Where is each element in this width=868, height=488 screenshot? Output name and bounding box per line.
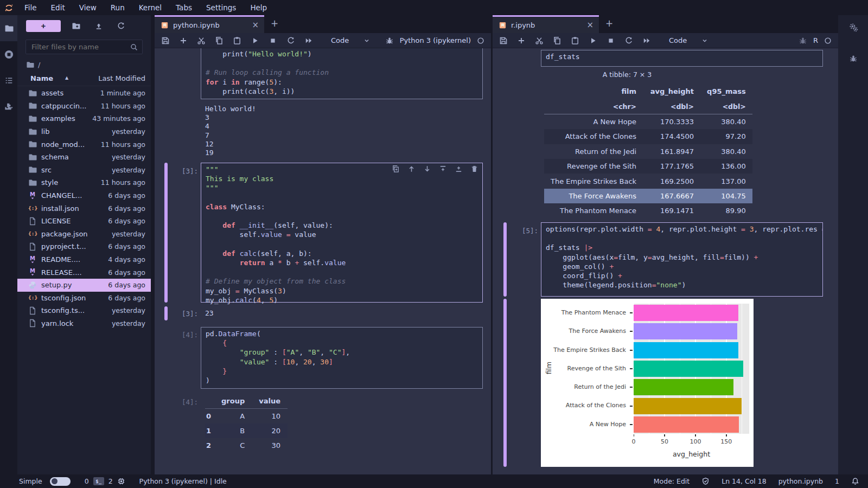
file-row-changel-[interactable]: MCHANGEL...6 days ago <box>17 189 151 202</box>
notification-count[interactable]: 1 <box>835 477 839 485</box>
trust-shield-icon[interactable] <box>701 477 710 485</box>
cut-cells-button-icon[interactable] <box>197 36 206 45</box>
code-cell[interactable]: pd.DataFrame( { "group" : ["A", "B", "C"… <box>201 327 483 389</box>
insert-cell-below-icon[interactable] <box>455 165 463 173</box>
cell-type-dropdown[interactable]: Code <box>669 36 709 44</box>
debugger-icon[interactable] <box>849 54 858 63</box>
kernel-count[interactable]: 2 <box>108 477 113 485</box>
new-launcher-button[interactable]: + <box>26 20 61 32</box>
menu-tabs[interactable]: Tabs <box>169 0 199 15</box>
save-button-icon[interactable] <box>161 36 170 45</box>
breadcrumb[interactable]: / <box>26 61 40 69</box>
interrupt-kernel-button-icon[interactable] <box>269 36 277 45</box>
running-kernels-icon[interactable] <box>0 41 17 67</box>
file-row-catppuccin-[interactable]: catppuccin...11 hours ago <box>17 100 151 113</box>
bell-icon[interactable] <box>851 477 859 485</box>
kernel-status-icon[interactable] <box>824 37 832 44</box>
column-name[interactable]: Name <box>30 74 53 82</box>
file-row-node-mod-[interactable]: node_mod...11 hours ago <box>17 138 151 151</box>
file-row-setup-py[interactable]: setup.py6 days ago <box>17 279 151 292</box>
file-row-tsconfig-ts-[interactable]: tsconfig.ts...yesterday <box>17 304 151 317</box>
run-all-button-icon[interactable] <box>642 36 651 45</box>
move-cell-up-icon[interactable] <box>407 165 416 173</box>
property-inspector-icon[interactable] <box>849 23 858 32</box>
terminal-icon[interactable]: $_ <box>93 477 104 485</box>
interrupt-kernel-button-icon[interactable] <box>607 36 615 45</box>
file-row-license[interactable]: LICENSE6 days ago <box>17 215 151 228</box>
debugger-bug-icon[interactable] <box>799 36 807 45</box>
kernel-name[interactable]: Python 3 (ipykernel) <box>400 36 471 44</box>
close-tab-icon[interactable]: × <box>247 20 259 30</box>
debugger-bug-icon[interactable] <box>385 36 394 45</box>
cut-cells-button-icon[interactable] <box>535 36 544 45</box>
file-row-install-json[interactable]: {:}install.json6 days ago <box>17 202 151 215</box>
table-of-contents-icon[interactable] <box>0 67 17 93</box>
file-row-lib[interactable]: libyesterday <box>17 125 151 138</box>
search-icon[interactable] <box>130 43 138 52</box>
delete-cell-icon[interactable] <box>470 165 478 173</box>
kernel-status-icon[interactable] <box>477 37 484 44</box>
add-cell-button-icon[interactable] <box>179 36 188 45</box>
terminal-count[interactable]: 0 <box>85 477 89 485</box>
app-logo-icon[interactable] <box>0 3 17 12</box>
file-row-src[interactable]: srcyesterday <box>17 164 151 177</box>
sort-ascending-icon[interactable]: ▲ <box>65 75 68 80</box>
run-cell-button-icon[interactable] <box>251 36 259 45</box>
add-cell-button-icon[interactable] <box>517 36 526 45</box>
file-row-examples[interactable]: examples43 minutes ago <box>17 112 151 125</box>
run-all-button-icon[interactable] <box>304 36 313 45</box>
copy-cells-button-icon[interactable] <box>553 36 561 45</box>
column-last-modified[interactable]: Last Modified <box>98 74 145 82</box>
insert-cell-above-icon[interactable] <box>439 165 447 173</box>
run-cell-button-icon[interactable] <box>589 36 597 45</box>
code-cell[interactable]: df_stats <box>541 50 823 67</box>
copy-cells-button-icon[interactable] <box>215 36 224 45</box>
file-row-style[interactable]: style11 hours ago <box>17 176 151 189</box>
file-row-pyproject-t-[interactable]: pyproject.t...6 days ago <box>17 240 151 253</box>
file-row-assets[interactable]: assets1 minute ago <box>17 87 151 100</box>
cursor-position[interactable]: Ln 14, Col 18 <box>722 477 766 485</box>
file-row-schema[interactable]: schemayesterday <box>17 151 151 164</box>
menu-kernel[interactable]: Kernel <box>132 0 169 15</box>
menu-view[interactable]: View <box>72 0 104 15</box>
file-row-yarn-lock[interactable]: yarn.lockyesterday <box>17 317 151 330</box>
new-folder-icon[interactable] <box>72 22 80 30</box>
file-browser-icon[interactable] <box>0 15 17 41</box>
new-tab-button[interactable]: + <box>264 15 285 33</box>
filter-files-input[interactable] <box>26 40 142 54</box>
kernel-chip-icon[interactable] <box>117 477 125 485</box>
active-file[interactable]: python.ipynb <box>778 477 823 485</box>
kernel-name[interactable]: R <box>813 36 818 44</box>
cell-type-dropdown[interactable]: Code <box>331 36 371 44</box>
restart-kernel-button-icon[interactable] <box>286 36 295 45</box>
file-row-package-json[interactable]: {:}package.jsonyesterday <box>17 228 151 241</box>
file-row-release-[interactable]: MRELEASE....6 days ago <box>17 266 151 279</box>
refresh-icon[interactable] <box>117 22 125 30</box>
cell-collapser[interactable] <box>164 163 168 303</box>
code-cell[interactable]: print("Hello world!") # Run loop calling… <box>201 48 483 99</box>
move-cell-down-icon[interactable] <box>423 165 431 173</box>
output-collapser[interactable] <box>503 299 507 467</box>
menu-settings[interactable]: Settings <box>199 0 243 15</box>
code-cell-selected[interactable]: """ This is my class """ class MyClass: … <box>201 163 483 303</box>
menu-run[interactable]: Run <box>104 0 132 15</box>
mode-indicator[interactable]: Mode: Edit <box>654 477 690 485</box>
upload-icon[interactable] <box>94 22 103 30</box>
paste-cells-button-icon[interactable] <box>571 36 579 45</box>
paste-cells-button-icon[interactable] <box>233 36 241 45</box>
save-button-icon[interactable] <box>499 36 508 45</box>
menu-edit[interactable]: Edit <box>44 0 72 15</box>
kernel-status[interactable]: Python 3 (ipykernel) | Idle <box>139 477 227 485</box>
menu-help[interactable]: Help <box>243 0 274 15</box>
extensions-icon[interactable] <box>0 93 17 119</box>
restart-kernel-button-icon[interactable] <box>624 36 633 45</box>
code-cell-selected[interactable]: options(repr.plot.width = 4, repr.plot.h… <box>541 222 823 297</box>
breadcrumb-root[interactable]: / <box>38 61 40 69</box>
duplicate-cell-icon[interactable] <box>392 165 400 173</box>
tab-python-ipynb[interactable]: python.ipynb × <box>155 15 264 33</box>
close-tab-icon[interactable]: × <box>582 20 593 30</box>
menu-file[interactable]: File <box>17 0 44 15</box>
new-tab-button[interactable]: + <box>599 15 620 33</box>
file-row-readme-[interactable]: MREADME....4 days ago <box>17 253 151 266</box>
file-row-tsconfig-json[interactable]: {:}tsconfig.json6 days ago <box>17 292 151 305</box>
